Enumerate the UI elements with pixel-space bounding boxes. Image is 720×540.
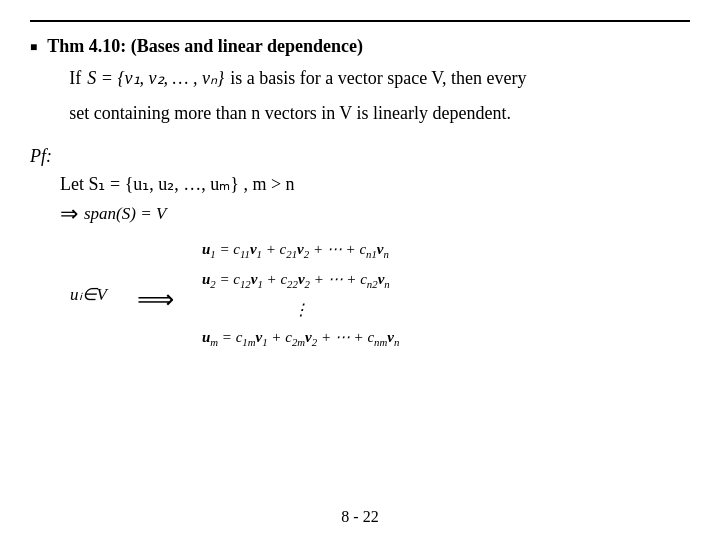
equation-row-m: um = c1mv1 + c2mv2 + ⋯ + cnmvn [202, 325, 399, 351]
bullet-point: ■ [30, 40, 37, 55]
equation-row-1: u1 = c11v1 + c21v2 + ⋯ + cn1vn [202, 237, 399, 263]
let-line: Let S₁ = {u₁, u₂, …, uₘ} , m > n [60, 173, 690, 195]
theorem-title: Thm 4.10: (Bases and linear dependence) [47, 36, 363, 56]
ui-membership-label: uᵢ∈V [70, 284, 107, 305]
proof-section: Pf: Let S₁ = {u₁, u₂, …, uₘ} , m > n ⇒ s… [30, 146, 690, 351]
ui-in-V-text: uᵢ∈V [70, 284, 107, 305]
span-line: ⇒ span(S) = V [60, 201, 690, 227]
equation-dots: ⋮ [202, 300, 399, 319]
set-notation: S = {v₁, v₂, … , vₙ} [87, 63, 224, 94]
page: ■ Thm 4.10: (Bases and linear dependence… [0, 0, 720, 540]
implies-arrow: ⟹ [137, 284, 174, 315]
theorem-body: If S = {v₁, v₂, … , vₙ} is a basis for a… [69, 63, 690, 128]
eq1-text: u1 = c11v1 + c21v2 + ⋯ + cn1vn [202, 237, 389, 263]
eqm-text: um = c1mv1 + c2mv2 + ⋯ + cnmvn [202, 325, 399, 351]
top-rule [30, 20, 690, 22]
equations-block: uᵢ∈V ⟹ u1 = c11v1 + c21v2 + ⋯ + cn1vn u2… [70, 237, 690, 351]
proof-indent: Let S₁ = {u₁, u₂, …, uₘ} , m > n ⇒ span(… [60, 173, 690, 351]
equation-row-2: u2 = c12v1 + c22v2 + ⋯ + cn2vn [202, 267, 399, 293]
theorem-line1: If S = {v₁, v₂, … , vₙ} is a basis for a… [69, 63, 690, 94]
right-arrow-symbol: ⇒ [60, 201, 78, 227]
proof-label: Pf: [30, 146, 690, 167]
theorem-section: ■ Thm 4.10: (Bases and linear dependence… [30, 36, 690, 132]
page-number: 8 - 22 [0, 508, 720, 526]
line2-text: set containing more than n vectors in V … [69, 98, 511, 129]
span-equation: span(S) = V [84, 204, 166, 224]
theorem-line2: set containing more than n vectors in V … [69, 98, 690, 129]
line1-rest: is a basis for a vector space V, then ev… [230, 63, 526, 94]
if-word: If [69, 63, 81, 94]
eq2-text: u2 = c12v1 + c22v2 + ⋯ + cn2vn [202, 267, 390, 293]
equation-column: u1 = c11v1 + c21v2 + ⋯ + cn1vn u2 = c12v… [202, 237, 399, 351]
